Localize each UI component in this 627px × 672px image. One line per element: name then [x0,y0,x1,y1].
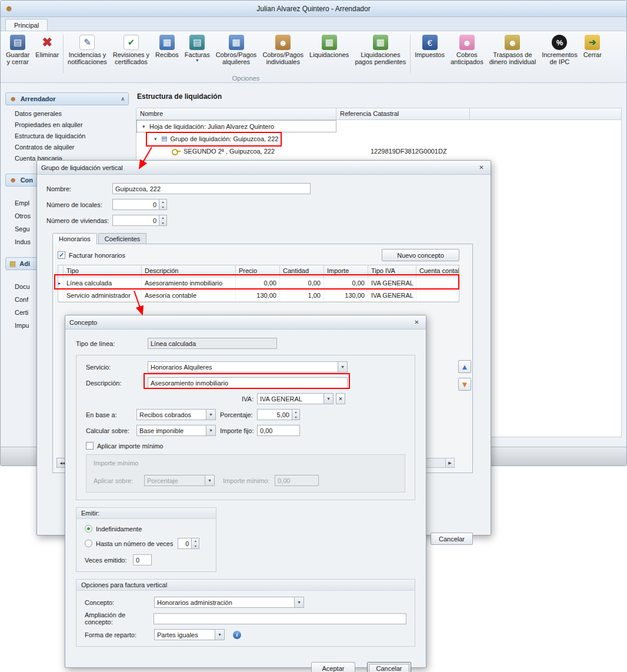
en-base-a-select[interactable]: Recibos cobrados [136,409,216,420]
grid-column-cuenta-contable[interactable]: Cuenta contab [416,265,459,277]
guardar-y-cerrar-button[interactable]: ▤ Guardar y cerrar [3,34,32,66]
grid-column-cantidad[interactable]: Cantidad [280,265,324,277]
descripcion-input[interactable]: Asesoramiento inmobiliario [148,377,348,388]
liquidaciones-button[interactable]: ▦ Liquidaciones [306,34,352,59]
close-icon[interactable]: ✕ [412,318,422,327]
close-icon[interactable]: ✕ [476,163,486,172]
cell-tipo-iva: IVA GENERAL [368,290,416,301]
move-up-button[interactable]: ▲ [458,360,471,373]
opciones-factura-group-title: Opciones para factura vertical [81,581,167,588]
sidebar-section-arrendador[interactable]: ☻ Arrendador ∧ [5,92,129,105]
tree-node-grupo-liquidacion[interactable]: ▤ Grupo de liquidación: Guipuzcoa, 222 [136,132,336,145]
spinner-arrows-icon[interactable] [192,538,199,549]
importe-fijo-input[interactable]: 0,00 [257,425,300,436]
column-header-referencia-catastral[interactable]: Referencia Catastral [336,108,470,119]
spinner-arrows-icon[interactable] [159,199,167,210]
porcentaje-stepper[interactable]: 5,00 [257,409,300,420]
tree-node-segundo[interactable]: SEGUNDO 2ª , Guipuzcoa, 222 [136,145,336,157]
nuevo-concepto-button[interactable]: Nuevo concepto [382,249,459,261]
spinner-arrows-icon[interactable] [292,409,300,420]
window-titlebar[interactable]: ☻ Julian Alvarez Quintero - Arrendador [1,1,626,17]
sidebar-item-datos-generales[interactable]: Datos generales [15,110,129,117]
grid-column-importe[interactable]: Importe [324,265,368,277]
aplicar-sobre-select: Porcentaje [144,475,215,486]
collapse-arrow-icon[interactable] [142,124,149,129]
aceptar-button[interactable]: Aceptar [311,662,355,672]
tab-honorarios[interactable]: Honorarios [52,233,97,244]
nombre-input[interactable]: Guipuzcoa, 222 [112,183,311,194]
dialog-title: Grupo de liquidación vertical [41,164,476,171]
facturar-honorarios-checkbox[interactable]: Facturar honorarios [58,251,125,259]
dropdown-arrow-icon[interactable] [215,629,225,640]
dropdown-arrow-icon[interactable] [338,361,348,372]
dialog-titlebar[interactable]: Grupo de liquidación vertical ✕ [37,161,491,175]
cancelar-button[interactable]: Cancelar [367,662,411,672]
dialog-title: Concepto [69,319,412,326]
tab-coeficientes[interactable]: Coeficientes [98,233,147,244]
facturas-button[interactable]: ▤ Facturas ▾ [182,34,213,64]
dropdown-arrow-icon [205,475,215,486]
numero-locales-stepper[interactable]: 0 [112,199,167,210]
person-money-icon: ☻ [505,35,520,50]
importe-minimo-panel: Importe mínimo Aplicar sobre: Porcentaje… [86,454,405,493]
incidencias-button[interactable]: ✎ Incidencias y notificaciones [65,34,110,66]
person-icon: ☻ [9,95,17,103]
column-header-nombre[interactable]: Nombre [136,108,336,119]
concepto-value: Honorarios administración [154,597,295,608]
grid-row-linea-calculada[interactable]: Línea calculada Asesoramiento inmobiliar… [58,277,459,290]
calcular-sobre-select[interactable]: Base imponible [136,425,216,436]
servicio-select[interactable]: Honorarios Alquileres [148,361,348,372]
dropdown-arrow-icon[interactable] [295,597,304,608]
incrementos-ipc-button[interactable]: % Incrementos de IPC [539,34,581,66]
hasta-veces-stepper[interactable]: 0 [178,538,199,549]
cobros-anticipados-button[interactable]: ☻ Cobros anticipados [448,34,486,66]
grid-column-precio[interactable]: Precio [236,265,280,277]
tree-row-hoja-liquidacion[interactable]: Hoja de liquidación: Julian Alvarez Quin… [136,120,621,132]
tab-principal[interactable]: Principal [5,19,48,31]
cancelar-button[interactable]: Cancelar [431,533,473,545]
sidebar-item-estructura-de-liquidacion[interactable]: Estructura de liquidación [15,132,129,139]
numero-viviendas-stepper[interactable]: 0 [112,215,167,226]
info-icon[interactable] [233,631,241,639]
cerrar-button[interactable]: ➔ Cerrar [581,34,605,59]
indefinidamente-radio[interactable]: Indefinidamente [85,525,208,533]
sidebar-item-propiedades-en-alquiler[interactable]: Propiedades en alquiler [15,121,129,128]
recibos-button[interactable]: ▦ Recibos [152,34,182,59]
dropdown-arrow-icon[interactable] [206,425,216,436]
liquidaciones-pagos-pendientes-button[interactable]: ▦ Liquidaciones pagos pendientes [352,34,409,66]
revisiones-button[interactable]: ✔ Revisiones y certificados [110,34,152,66]
grid-column-tipo[interactable]: Tipo [64,265,142,277]
referencia-catastral-value: 1229819DF3812G0001DZ [336,145,470,157]
opciones-factura-group-header: Opciones para factura vertical [76,580,415,591]
grid-column-tipo-iva[interactable]: Tipo IVA [368,265,416,277]
sidebar-item-contratos-de-alquiler[interactable]: Contratos de alquiler [15,144,129,151]
concepto-select[interactable]: Honorarios administración [154,597,304,608]
clear-iva-button[interactable]: ✕ [336,393,345,404]
cobros-pagos-individuales-button[interactable]: ☻ Cobros/Pagos individuales [259,34,306,66]
tree-row-segundo[interactable]: SEGUNDO 2ª , Guipuzcoa, 222 1229819DF381… [136,145,621,157]
cobros-pagos-alquileres-button[interactable]: ▦ Cobros/Pagos alquileres [213,34,260,66]
column-header-extra[interactable] [470,108,621,119]
scroll-right-arrow-icon[interactable] [445,458,454,467]
grid-row-servicio-administrador[interactable]: Servicio administrador Asesoría contable… [58,290,459,302]
ampliacion-concepto-input[interactable] [154,613,406,624]
numero-locales-value: 0 [112,199,159,210]
forma-reparto-select[interactable]: Partes iguales [154,629,225,640]
collapse-arrow-icon[interactable] [154,136,161,142]
tree-node-hoja-liquidacion[interactable]: Hoja de liquidación: Julian Alvarez Quin… [136,120,336,132]
dropdown-arrow-icon[interactable] [324,393,333,404]
grid-column-descripcion[interactable]: Descripción [142,265,236,277]
traspasos-dinero-button[interactable]: ☻ Traspasos de dinero individual [486,34,539,66]
servicio-value: Honorarios Alquileres [148,361,338,372]
spinner-arrows-icon[interactable] [159,215,167,226]
eliminar-button[interactable]: ✖ Eliminar [32,34,62,59]
move-down-button[interactable]: ▼ [458,378,471,391]
dropdown-arrow-icon[interactable] [206,409,216,420]
aplicar-importe-minimo-checkbox[interactable]: Aplicar importe mínimo [86,442,405,450]
tree-row-grupo-liquidacion[interactable]: ▤ Grupo de liquidación: Guipuzcoa, 222 [136,132,621,145]
dialog-titlebar[interactable]: Concepto ✕ [65,315,426,330]
chevron-up-icon[interactable]: ∧ [121,96,125,102]
impuestos-button[interactable]: € Impuestos [412,34,448,59]
hasta-numero-veces-radio[interactable]: Hasta un número de veces 0 [85,538,208,549]
iva-select[interactable]: IVA GENERAL [257,393,333,404]
